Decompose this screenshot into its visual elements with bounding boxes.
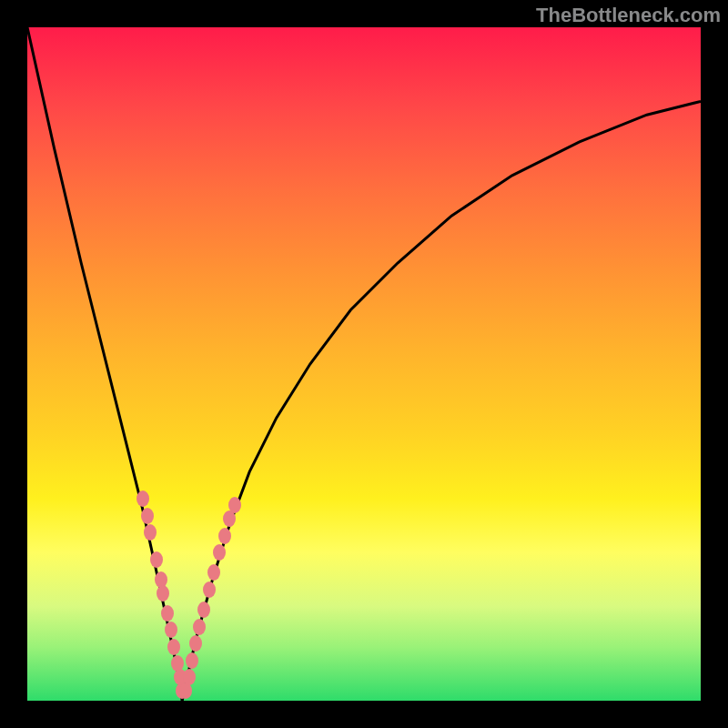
data-point [141,508,154,524]
data-point [197,602,210,618]
data-point [218,528,231,544]
right-branch-curve [182,101,701,701]
data-point [193,619,206,635]
data-point [167,639,180,655]
data-point [150,551,163,568]
data-point [186,652,198,669]
data-point [203,581,216,598]
chart-frame: TheBottleneck.com [0,0,728,728]
data-point [157,585,169,602]
data-point [228,497,241,513]
data-point [136,490,149,507]
data-point [161,605,174,622]
data-point [207,564,220,581]
curve-layer [27,27,701,701]
data-point [165,622,177,638]
watermark-text: TheBottleneck.com [536,4,721,27]
data-point [189,635,202,652]
data-point [183,669,196,685]
data-point [144,524,157,541]
data-point [213,544,226,561]
plot-area [27,27,701,701]
